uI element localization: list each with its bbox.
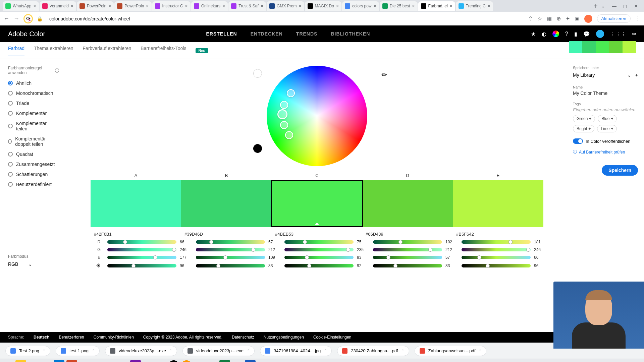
footer-link[interactable]: Community-Richtlinien — [94, 335, 134, 340]
harmony-rule-radio[interactable]: Triade — [8, 101, 59, 106]
subnav-tab[interactable]: Farbverlauf extrahieren — [83, 46, 131, 56]
chevron-up-icon[interactable]: ⌃ — [92, 349, 95, 353]
adobe-logo[interactable]: Adobe Color — [8, 30, 45, 38]
mini-swatch[interactable] — [596, 41, 609, 53]
tag-chip[interactable]: Green + — [573, 115, 595, 122]
moon-icon[interactable]: ◐ — [542, 31, 546, 37]
color-swatch[interactable] — [91, 180, 181, 227]
outlook-icon[interactable]: O — [54, 360, 64, 362]
profile-avatar[interactable] — [584, 15, 592, 23]
extension-icon[interactable]: ▣ — [575, 15, 580, 22]
chat-icon[interactable]: 💬 — [583, 31, 590, 37]
color-swatch[interactable] — [271, 180, 363, 227]
subnav-tab[interactable]: Farbrad — [8, 46, 24, 56]
extension-icon[interactable]: ⊕ — [556, 15, 561, 22]
browser-tab[interactable]: Die 25 best× — [380, 1, 418, 11]
harmony-rule-radio[interactable]: Zusammengesetzt — [8, 162, 59, 167]
r-slider[interactable] — [284, 240, 354, 244]
app-icon[interactable]: ● — [117, 360, 128, 362]
back-button[interactable]: ← — [3, 15, 9, 22]
g-slider[interactable] — [284, 248, 354, 251]
color-handle-base[interactable] — [277, 109, 287, 119]
star-icon[interactable]: ★ — [531, 31, 536, 37]
slider-value[interactable]: 246 — [180, 247, 189, 252]
g-slider[interactable] — [373, 248, 442, 251]
extension-icon[interactable]: ▦ — [547, 15, 552, 22]
tag-chip[interactable]: Blue + — [598, 115, 617, 122]
file-explorer-icon[interactable]: 📁 — [15, 360, 26, 362]
app-icon[interactable] — [181, 360, 192, 362]
chrome-icon[interactable]: 🌐 — [41, 360, 52, 362]
tab-close-icon[interactable]: × — [71, 3, 73, 9]
save-button[interactable]: Speichern — [602, 165, 638, 176]
g-slider[interactable] — [196, 248, 265, 251]
download-item[interactable]: videodeluxe2023p....exe⌃ — [182, 346, 255, 356]
footer-link[interactable]: Nutzungsbedingungen — [264, 335, 304, 340]
l-slider[interactable] — [107, 264, 176, 267]
app-icon[interactable]: 📱 — [156, 360, 166, 362]
color-mode-select[interactable]: RGB⌄ — [8, 261, 59, 267]
slider-value[interactable]: 75 — [357, 240, 366, 244]
browser-tab[interactable]: GMX Prem× — [267, 1, 304, 11]
b-slider[interactable] — [462, 256, 531, 259]
tags-input[interactable]: Eingeben oder unten auswählen — [573, 107, 638, 112]
l-slider[interactable] — [462, 264, 531, 267]
hex-value[interactable]: #B5F642 — [453, 232, 543, 237]
mini-swatch[interactable] — [623, 41, 636, 53]
powerpoint-icon[interactable]: P — [66, 360, 77, 362]
slider-value[interactable]: 66 — [180, 240, 189, 244]
browser-tab[interactable]: PowerPoin× — [77, 1, 114, 11]
photos-icon[interactable]: 🖼 — [258, 360, 268, 362]
window-maximize-icon[interactable]: ◻ — [623, 3, 627, 9]
chevron-up-icon[interactable]: ⌃ — [401, 349, 404, 353]
tab-close-icon[interactable]: × — [33, 3, 36, 9]
header-nav-item[interactable]: ENTDECKEN — [251, 31, 283, 37]
download-item[interactable]: videodeluxe2023p....exe⌃ — [105, 346, 177, 356]
telegram-icon[interactable]: ✈ — [143, 360, 154, 362]
browser-tab[interactable]: PowerPoin× — [114, 1, 151, 11]
browser-tab[interactable]: Voranmeld× — [40, 1, 76, 11]
app-icon[interactable]: 🎨 — [79, 360, 90, 362]
excel-icon[interactable]: X — [219, 360, 230, 362]
color-swatch[interactable] — [363, 180, 453, 227]
onenote-icon[interactable]: N — [130, 360, 141, 362]
download-item[interactable]: Zahlungsanweisun....pdf⌃ — [415, 346, 487, 356]
firefox-icon[interactable]: 🦊 — [28, 360, 39, 362]
chevron-up-icon[interactable]: ⌃ — [324, 349, 327, 353]
browser-tab[interactable]: Onlinekurs× — [191, 1, 228, 11]
chevron-up-icon[interactable]: ⌃ — [247, 349, 250, 353]
browser-tab[interactable]: MAGIX Do× — [305, 1, 342, 11]
color-handle[interactable] — [280, 101, 288, 109]
r-slider[interactable] — [462, 240, 531, 244]
bookmark-icon[interactable]: ☆ — [537, 15, 542, 22]
start-button[interactable]: ⊞ — [3, 360, 13, 362]
slider-value[interactable]: 246 — [534, 247, 543, 252]
browser-tab[interactable]: Trending C× — [456, 1, 493, 11]
refresh-button[interactable]: Aktualisieren — [597, 14, 631, 23]
chevron-up-icon[interactable]: ⌃ — [479, 349, 481, 353]
hex-value[interactable]: #42F6B1 — [91, 232, 181, 237]
b-slider[interactable] — [107, 256, 176, 259]
r-slider[interactable] — [107, 240, 176, 244]
white-reference[interactable] — [253, 69, 262, 78]
window-minimize-icon[interactable]: — — [612, 3, 616, 9]
color-handle[interactable] — [280, 121, 288, 129]
tab-close-icon[interactable]: × — [488, 3, 490, 9]
slider-value[interactable]: 83 — [268, 263, 278, 268]
g-slider[interactable] — [107, 248, 176, 251]
app-icon[interactable]: 📋 — [105, 360, 115, 362]
app-icon[interactable]: 🔵 — [194, 360, 205, 362]
hex-value[interactable]: #39D46D — [181, 232, 272, 237]
share-icon[interactable]: ⇧ — [528, 15, 533, 22]
word-icon[interactable]: W — [245, 360, 256, 362]
tab-close-icon[interactable]: × — [450, 3, 452, 9]
harmony-rule-radio[interactable]: Benutzerdefiniert — [8, 182, 59, 187]
tab-close-icon[interactable]: × — [374, 3, 376, 9]
slider-value[interactable]: 102 — [445, 240, 455, 244]
browser-tab[interactable]: Instructor C× — [152, 1, 191, 11]
slider-value[interactable]: 177 — [180, 255, 189, 260]
forward-button[interactable]: → — [13, 15, 19, 22]
tab-close-icon[interactable]: × — [146, 3, 149, 9]
download-item[interactable]: Test 2.png⌃ — [5, 346, 50, 356]
slider-value[interactable]: 92 — [357, 263, 366, 268]
